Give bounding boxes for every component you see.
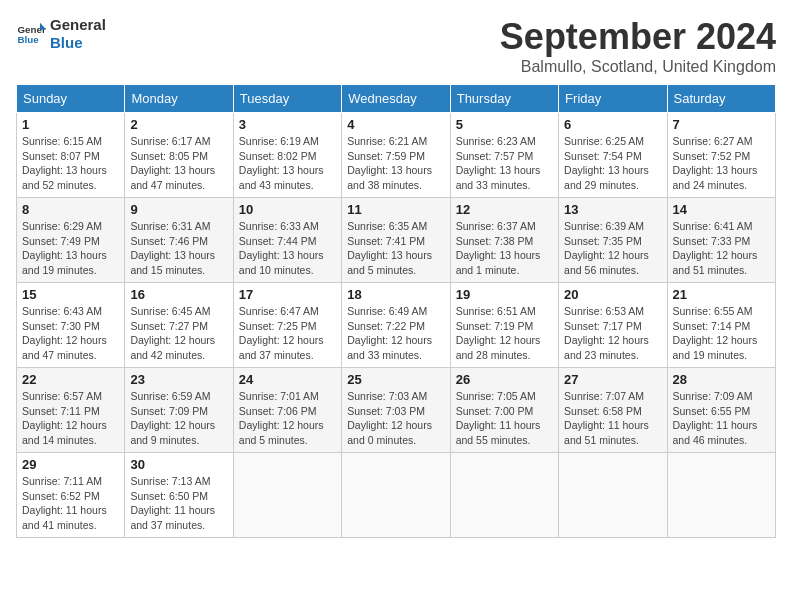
day-cell-25: 25 Sunrise: 7:03 AMSunset: 7:03 PMDaylig… [342,368,450,453]
weekday-header-monday: Monday [125,85,233,113]
day-info: Sunrise: 7:05 AMSunset: 7:00 PMDaylight:… [456,389,553,448]
day-info: Sunrise: 6:23 AMSunset: 7:57 PMDaylight:… [456,134,553,193]
day-number: 13 [564,202,661,217]
day-info: Sunrise: 6:15 AMSunset: 8:07 PMDaylight:… [22,134,119,193]
day-number: 24 [239,372,336,387]
day-cell-7: 7 Sunrise: 6:27 AMSunset: 7:52 PMDayligh… [667,113,775,198]
day-cell-1: 1 Sunrise: 6:15 AMSunset: 8:07 PMDayligh… [17,113,125,198]
week-row-2: 8 Sunrise: 6:29 AMSunset: 7:49 PMDayligh… [17,198,776,283]
day-number: 10 [239,202,336,217]
day-cell-15: 15 Sunrise: 6:43 AMSunset: 7:30 PMDaylig… [17,283,125,368]
logo-text-blue: Blue [50,34,106,52]
day-number: 29 [22,457,119,472]
day-cell-28: 28 Sunrise: 7:09 AMSunset: 6:55 PMDaylig… [667,368,775,453]
day-info: Sunrise: 6:31 AMSunset: 7:46 PMDaylight:… [130,219,227,278]
day-info: Sunrise: 6:19 AMSunset: 8:02 PMDaylight:… [239,134,336,193]
day-info: Sunrise: 7:09 AMSunset: 6:55 PMDaylight:… [673,389,770,448]
calendar-table: SundayMondayTuesdayWednesdayThursdayFrid… [16,84,776,538]
day-info: Sunrise: 6:35 AMSunset: 7:41 PMDaylight:… [347,219,444,278]
day-number: 1 [22,117,119,132]
day-info: Sunrise: 6:21 AMSunset: 7:59 PMDaylight:… [347,134,444,193]
day-number: 6 [564,117,661,132]
day-number: 28 [673,372,770,387]
title-block: September 2024 Balmullo, Scotland, Unite… [500,16,776,76]
day-cell-4: 4 Sunrise: 6:21 AMSunset: 7:59 PMDayligh… [342,113,450,198]
day-cell-17: 17 Sunrise: 6:47 AMSunset: 7:25 PMDaylig… [233,283,341,368]
day-info: Sunrise: 6:51 AMSunset: 7:19 PMDaylight:… [456,304,553,363]
day-info: Sunrise: 6:25 AMSunset: 7:54 PMDaylight:… [564,134,661,193]
empty-cell [342,453,450,538]
day-number: 11 [347,202,444,217]
day-number: 14 [673,202,770,217]
day-number: 5 [456,117,553,132]
day-cell-19: 19 Sunrise: 6:51 AMSunset: 7:19 PMDaylig… [450,283,558,368]
day-cell-14: 14 Sunrise: 6:41 AMSunset: 7:33 PMDaylig… [667,198,775,283]
day-number: 2 [130,117,227,132]
day-number: 21 [673,287,770,302]
day-info: Sunrise: 6:29 AMSunset: 7:49 PMDaylight:… [22,219,119,278]
day-cell-18: 18 Sunrise: 6:49 AMSunset: 7:22 PMDaylig… [342,283,450,368]
day-info: Sunrise: 6:43 AMSunset: 7:30 PMDaylight:… [22,304,119,363]
week-row-4: 22 Sunrise: 6:57 AMSunset: 7:11 PMDaylig… [17,368,776,453]
day-info: Sunrise: 7:11 AMSunset: 6:52 PMDaylight:… [22,474,119,533]
day-number: 19 [456,287,553,302]
day-info: Sunrise: 6:55 AMSunset: 7:14 PMDaylight:… [673,304,770,363]
empty-cell [450,453,558,538]
day-info: Sunrise: 6:37 AMSunset: 7:38 PMDaylight:… [456,219,553,278]
day-number: 22 [22,372,119,387]
day-info: Sunrise: 6:57 AMSunset: 7:11 PMDaylight:… [22,389,119,448]
weekday-header-thursday: Thursday [450,85,558,113]
day-info: Sunrise: 6:59 AMSunset: 7:09 PMDaylight:… [130,389,227,448]
page-header: General Blue General Blue September 2024… [16,16,776,76]
day-info: Sunrise: 6:53 AMSunset: 7:17 PMDaylight:… [564,304,661,363]
day-number: 25 [347,372,444,387]
day-cell-13: 13 Sunrise: 6:39 AMSunset: 7:35 PMDaylig… [559,198,667,283]
day-cell-9: 9 Sunrise: 6:31 AMSunset: 7:46 PMDayligh… [125,198,233,283]
weekday-header-wednesday: Wednesday [342,85,450,113]
day-number: 27 [564,372,661,387]
day-number: 12 [456,202,553,217]
day-cell-6: 6 Sunrise: 6:25 AMSunset: 7:54 PMDayligh… [559,113,667,198]
day-cell-20: 20 Sunrise: 6:53 AMSunset: 7:17 PMDaylig… [559,283,667,368]
day-cell-2: 2 Sunrise: 6:17 AMSunset: 8:05 PMDayligh… [125,113,233,198]
day-info: Sunrise: 6:49 AMSunset: 7:22 PMDaylight:… [347,304,444,363]
logo-icon: General Blue [16,19,46,49]
day-cell-3: 3 Sunrise: 6:19 AMSunset: 8:02 PMDayligh… [233,113,341,198]
calendar-title: September 2024 [500,16,776,58]
day-cell-8: 8 Sunrise: 6:29 AMSunset: 7:49 PMDayligh… [17,198,125,283]
day-number: 20 [564,287,661,302]
day-info: Sunrise: 7:01 AMSunset: 7:06 PMDaylight:… [239,389,336,448]
day-number: 9 [130,202,227,217]
day-cell-22: 22 Sunrise: 6:57 AMSunset: 7:11 PMDaylig… [17,368,125,453]
day-number: 3 [239,117,336,132]
day-cell-26: 26 Sunrise: 7:05 AMSunset: 7:00 PMDaylig… [450,368,558,453]
day-info: Sunrise: 6:41 AMSunset: 7:33 PMDaylight:… [673,219,770,278]
empty-cell [233,453,341,538]
weekday-header-saturday: Saturday [667,85,775,113]
day-number: 18 [347,287,444,302]
day-cell-5: 5 Sunrise: 6:23 AMSunset: 7:57 PMDayligh… [450,113,558,198]
day-cell-24: 24 Sunrise: 7:01 AMSunset: 7:06 PMDaylig… [233,368,341,453]
day-info: Sunrise: 7:13 AMSunset: 6:50 PMDaylight:… [130,474,227,533]
day-cell-16: 16 Sunrise: 6:45 AMSunset: 7:27 PMDaylig… [125,283,233,368]
week-row-5: 29 Sunrise: 7:11 AMSunset: 6:52 PMDaylig… [17,453,776,538]
svg-text:Blue: Blue [18,34,40,45]
day-cell-23: 23 Sunrise: 6:59 AMSunset: 7:09 PMDaylig… [125,368,233,453]
day-number: 23 [130,372,227,387]
day-info: Sunrise: 7:03 AMSunset: 7:03 PMDaylight:… [347,389,444,448]
day-cell-29: 29 Sunrise: 7:11 AMSunset: 6:52 PMDaylig… [17,453,125,538]
day-cell-30: 30 Sunrise: 7:13 AMSunset: 6:50 PMDaylig… [125,453,233,538]
day-cell-12: 12 Sunrise: 6:37 AMSunset: 7:38 PMDaylig… [450,198,558,283]
day-cell-27: 27 Sunrise: 7:07 AMSunset: 6:58 PMDaylig… [559,368,667,453]
empty-cell [559,453,667,538]
weekday-header-friday: Friday [559,85,667,113]
day-cell-11: 11 Sunrise: 6:35 AMSunset: 7:41 PMDaylig… [342,198,450,283]
day-info: Sunrise: 6:47 AMSunset: 7:25 PMDaylight:… [239,304,336,363]
day-number: 26 [456,372,553,387]
day-number: 17 [239,287,336,302]
day-info: Sunrise: 6:17 AMSunset: 8:05 PMDaylight:… [130,134,227,193]
day-number: 16 [130,287,227,302]
day-info: Sunrise: 6:27 AMSunset: 7:52 PMDaylight:… [673,134,770,193]
day-number: 4 [347,117,444,132]
weekday-header-row: SundayMondayTuesdayWednesdayThursdayFrid… [17,85,776,113]
